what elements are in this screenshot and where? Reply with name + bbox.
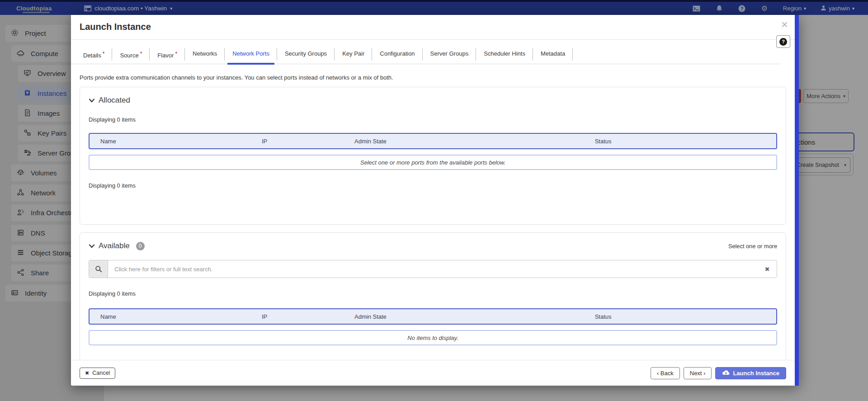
tab-networks[interactable]: Networks	[185, 47, 225, 64]
cancel-button[interactable]: ✖ Cancel	[80, 368, 115, 379]
launch-instance-modal: Launch Instance × ? Details* Source* Fla…	[71, 15, 799, 386]
brand-logo[interactable]: Cloudtopiaa	[16, 5, 66, 12]
launch-instance-button[interactable]: Launch Instance	[715, 367, 786, 379]
tab-security-groups[interactable]: Security Groups	[277, 47, 335, 64]
launch-instance-label: Launch Instance	[733, 370, 779, 377]
tab-label: Networks	[193, 50, 217, 57]
tab-label: Configuration	[380, 50, 415, 57]
tab-label: Scheduler Hints	[484, 50, 525, 57]
column-header-name: Name	[90, 313, 251, 320]
topbar: Cloudtopiaa cloudtopiaa.com • Yashwin ▾ …	[0, 2, 868, 15]
tab-metadata[interactable]: Metadata	[533, 47, 573, 64]
available-table-header: Name IP Admin State Status	[89, 308, 777, 325]
search-icon[interactable]	[89, 260, 108, 278]
tab-details[interactable]: Details*	[75, 47, 112, 64]
available-heading: Available 0	[89, 241, 145, 250]
tab-label: Details	[83, 52, 101, 59]
tab-description: Ports provide extra communication channe…	[80, 74, 786, 81]
tab-label: Key Pair	[342, 50, 364, 57]
svg-text:?: ?	[741, 6, 743, 11]
allocated-empty-message: Select one or more ports from the availa…	[89, 155, 777, 170]
tab-flavor[interactable]: Flavor*	[150, 47, 185, 64]
tab-label: Flavor	[157, 52, 174, 59]
available-heading-row: Available 0 Select one or more	[89, 241, 777, 250]
chevron-down-icon: ▾	[804, 6, 806, 11]
project-switcher[interactable]: cloudtopiaa.com • Yashwin ▾	[84, 5, 172, 12]
column-header-status: Status	[584, 313, 776, 320]
chevron-down-icon[interactable]	[89, 244, 95, 249]
search-bar: ✖	[89, 260, 777, 278]
allocated-count-bottom: Displaying 0 items	[89, 182, 777, 189]
region-label: Region	[783, 5, 802, 12]
allocated-count-top: Displaying 0 items	[89, 116, 777, 123]
chevron-down-icon: ▾	[170, 6, 172, 11]
column-header-ip: IP	[251, 313, 344, 320]
tab-server-groups[interactable]: Server Groups	[423, 47, 476, 64]
column-header-admin-state: Admin State	[344, 313, 584, 320]
modal-title: Launch Instance	[80, 22, 151, 32]
brand-text: Cloudtopiaa	[16, 5, 52, 12]
user-icon	[821, 5, 826, 12]
modal-header: Launch Instance ×	[71, 15, 799, 40]
settings-gear-icon[interactable]: ⚙	[753, 5, 776, 12]
column-header-status: Status	[584, 138, 776, 145]
tab-label: Metadata	[541, 50, 565, 57]
topbar-right: ? ⚙ Region ▾ yashwin ▾	[685, 5, 868, 12]
chevron-down-icon[interactable]	[89, 98, 95, 103]
tab-key-pair[interactable]: Key Pair	[335, 47, 372, 64]
x-icon: ✖	[85, 370, 89, 376]
tab-label: Server Groups	[430, 50, 469, 57]
wizard-tabs: Details* Source* Flavor* Networks Networ…	[71, 40, 781, 64]
help-icon[interactable]: ?	[731, 5, 753, 12]
footer-right: ‹ Back Next › Launch Instance	[651, 367, 786, 379]
required-asterisk: *	[175, 51, 177, 57]
tab-network-ports[interactable]: Network Ports	[225, 47, 277, 64]
console-window-icon	[84, 5, 91, 11]
tab-scheduler-hints[interactable]: Scheduler Hints	[476, 47, 533, 64]
back-button[interactable]: ‹ Back	[651, 367, 680, 379]
notifications-bell-icon[interactable]	[708, 5, 731, 12]
available-panel: Available 0 Select one or more ✖ Display…	[80, 232, 786, 360]
tab-label: Security Groups	[285, 50, 327, 57]
terminal-icon[interactable]	[685, 5, 708, 12]
user-name: yashwin	[829, 5, 850, 12]
column-header-name: Name	[90, 138, 251, 145]
required-asterisk: *	[103, 51, 105, 57]
clear-search-icon[interactable]: ✖	[758, 260, 777, 278]
question-mark-icon: ?	[779, 38, 787, 46]
next-button[interactable]: Next ›	[684, 367, 712, 379]
cloud-upload-icon	[722, 369, 730, 377]
tab-configuration[interactable]: Configuration	[372, 47, 422, 64]
user-menu[interactable]: yashwin ▾	[813, 5, 862, 12]
available-title: Available	[99, 241, 130, 250]
allocated-panel: Allocated Displaying 0 items Name IP Adm…	[80, 87, 786, 225]
chevron-down-icon: ▾	[852, 6, 854, 11]
column-header-ip: IP	[251, 138, 344, 145]
required-asterisk: *	[140, 51, 142, 57]
breadcrumb: cloudtopiaa.com • Yashwin	[94, 5, 167, 12]
tab-label: Network Ports	[232, 50, 269, 57]
help-button[interactable]: ?	[776, 35, 790, 48]
allocated-title: Allocated	[99, 96, 130, 105]
available-count: Displaying 0 items	[89, 290, 777, 297]
modal-scrollbar[interactable]	[795, 15, 799, 386]
column-header-admin-state: Admin State	[344, 138, 584, 145]
modal-body: Ports provide extra communication channe…	[71, 64, 795, 360]
allocated-heading: Allocated	[89, 96, 777, 105]
region-dropdown[interactable]: Region ▾	[776, 5, 813, 12]
search-input[interactable]	[108, 260, 758, 278]
available-count-badge: 0	[136, 242, 145, 250]
brand-tagline-decoration	[23, 12, 50, 13]
select-hint: Select one or more	[728, 243, 777, 250]
screen: Cloudtopiaa cloudtopiaa.com • Yashwin ▾ …	[0, 0, 868, 401]
cancel-label: Cancel	[92, 370, 110, 376]
tab-label: Source	[120, 52, 138, 59]
allocated-table-header: Name IP Admin State Status	[89, 133, 777, 149]
close-icon[interactable]: ×	[781, 19, 788, 30]
available-empty-message: No items to display.	[89, 330, 777, 345]
modal-footer: ✖ Cancel ‹ Back Next › Launch Instance	[71, 360, 795, 386]
tab-source[interactable]: Source*	[112, 47, 150, 64]
